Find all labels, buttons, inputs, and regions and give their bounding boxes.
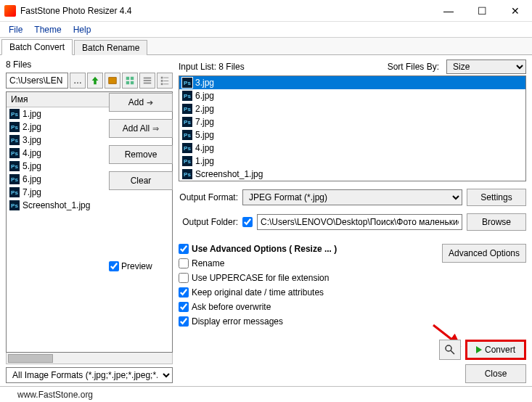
tab-bar: Batch Convert Batch Rename — [0, 38, 532, 55]
svg-rect-5 — [144, 80, 152, 81]
keep-date-label: Keep original date / time attributes — [192, 287, 324, 298]
display-errors-checkbox[interactable] — [179, 316, 189, 327]
view-details-button[interactable] — [157, 73, 173, 89]
menu-help[interactable]: Help — [67, 23, 97, 36]
svg-rect-11 — [161, 83, 163, 86]
view-list-button[interactable] — [139, 73, 155, 89]
remove-button[interactable]: Remove — [109, 145, 173, 164]
file-name: 7.jpg — [22, 187, 41, 197]
input-file-item[interactable]: PsScreenshot_1.jpg — [179, 168, 525, 181]
use-advanced-checkbox[interactable] — [179, 244, 189, 254]
play-icon — [476, 346, 482, 353]
settings-button[interactable]: Settings — [467, 189, 526, 206]
file-name: 6.jpg — [22, 174, 41, 184]
input-file-list[interactable]: Ps3.jpgPs6.jpgPs2.jpgPs7.jpgPs5.jpgPs4.j… — [179, 75, 526, 181]
maximize-button[interactable]: ☐ — [465, 0, 499, 22]
ps-file-icon: Ps — [9, 135, 20, 145]
preview-magnifier-button[interactable] — [439, 340, 461, 360]
ps-file-icon: Ps — [182, 104, 192, 114]
file-item[interactable]: PsScreenshot_1.jpg — [7, 199, 172, 212]
input-file-item[interactable]: Ps4.jpg — [179, 141, 525, 155]
close-button[interactable]: Close — [465, 364, 526, 383]
input-list-label: Input List: 8 Files — [179, 62, 245, 72]
ps-file-icon: Ps — [9, 161, 20, 171]
uppercase-label: Use UPPERCASE for file extension — [192, 273, 329, 283]
input-file-item[interactable]: Ps6.jpg — [179, 89, 525, 102]
menu-bar: File Theme Help — [0, 22, 532, 38]
file-filter-select[interactable]: All Image Formats (*.jpg;*.jpe;*.jpeg;*. — [6, 367, 173, 383]
ps-file-icon: Ps — [9, 200, 20, 210]
window-title: FastStone Photo Resizer 4.4 — [20, 6, 432, 16]
up-folder-button[interactable] — [87, 73, 103, 89]
ps-file-icon: Ps — [9, 109, 20, 119]
path-input[interactable] — [6, 73, 68, 89]
clear-button[interactable]: Clear — [109, 171, 173, 190]
input-file-item[interactable]: Ps3.jpg — [179, 76, 525, 89]
keep-date-checkbox[interactable] — [179, 287, 189, 298]
ps-file-icon: Ps — [182, 169, 192, 179]
use-advanced-label: Use Advanced Options ( Resize ... ) — [192, 244, 337, 254]
tab-batch-rename[interactable]: Batch Rename — [74, 40, 147, 55]
svg-rect-8 — [163, 78, 168, 78]
svg-rect-1 — [131, 77, 134, 80]
file-name: Screenshot_1.jpg — [195, 169, 263, 179]
svg-rect-7 — [161, 77, 163, 79]
ps-file-icon: Ps — [9, 148, 20, 158]
svg-point-14 — [446, 345, 451, 351]
input-file-item[interactable]: Ps2.jpg — [179, 102, 525, 115]
view-thumbs-button[interactable] — [122, 73, 138, 89]
svg-rect-6 — [144, 83, 152, 84]
footer-url[interactable]: www.FastStone.org — [17, 390, 93, 400]
horizontal-scrollbar[interactable] — [6, 353, 173, 364]
preview-checkbox[interactable] — [109, 261, 119, 271]
menu-file[interactable]: File — [3, 23, 28, 36]
file-name: Screenshot_1.jpg — [22, 200, 90, 210]
output-format-label: Output Format: — [179, 192, 238, 202]
files-count-label: 8 Files — [6, 60, 173, 70]
input-file-item[interactable]: Ps5.jpg — [179, 128, 525, 141]
ps-file-icon: Ps — [182, 143, 192, 153]
svg-rect-0 — [126, 77, 129, 80]
arrow-right-icon: ➔ — [147, 98, 153, 107]
file-name: 4.jpg — [22, 148, 41, 158]
ask-overwrite-checkbox[interactable] — [179, 302, 189, 312]
preview-label: Preview — [121, 261, 152, 271]
arrow-double-right-icon: ⇒ — [152, 124, 159, 134]
file-name: 6.jpg — [195, 91, 214, 101]
add-all-button[interactable]: Add All⇒ — [109, 119, 173, 138]
browse-folder-button[interactable]: … — [70, 73, 86, 89]
browse-button[interactable]: Browse — [467, 213, 526, 231]
column-name-header: Имя — [11, 94, 28, 104]
svg-rect-9 — [161, 80, 163, 82]
uppercase-checkbox[interactable] — [179, 273, 189, 283]
menu-theme[interactable]: Theme — [28, 23, 67, 36]
close-window-button[interactable]: ✕ — [499, 0, 532, 22]
refresh-button[interactable] — [105, 73, 120, 89]
ps-file-icon: Ps — [9, 174, 20, 184]
app-icon — [4, 5, 16, 17]
svg-rect-3 — [131, 81, 134, 84]
tab-batch-convert[interactable]: Batch Convert — [1, 39, 73, 55]
output-format-select[interactable]: JPEG Format (*.jpg) — [242, 189, 462, 205]
rename-label: Rename — [192, 258, 224, 268]
sort-files-select[interactable]: Size — [446, 60, 526, 74]
rename-checkbox[interactable] — [179, 258, 189, 268]
input-file-item[interactable]: Ps7.jpg — [179, 115, 525, 128]
svg-rect-12 — [163, 83, 168, 84]
ps-file-icon: Ps — [9, 122, 20, 132]
svg-rect-2 — [126, 81, 129, 84]
output-folder-input[interactable] — [257, 214, 462, 230]
convert-button[interactable]: Convert — [465, 340, 526, 360]
add-button[interactable]: Add➔ — [109, 93, 173, 112]
advanced-options-button[interactable]: Advanced Options — [442, 244, 526, 263]
output-folder-checkbox[interactable] — [242, 217, 253, 227]
file-name: 2.jpg — [195, 104, 214, 114]
input-file-item[interactable]: Ps1.jpg — [179, 155, 525, 168]
svg-line-15 — [451, 350, 454, 354]
display-errors-label: Display error messages — [192, 316, 283, 327]
svg-rect-10 — [163, 81, 168, 81]
file-name: 5.jpg — [22, 161, 41, 171]
file-name: 2.jpg — [22, 122, 41, 132]
file-name: 3.jpg — [195, 78, 214, 88]
minimize-button[interactable]: — — [432, 0, 465, 22]
